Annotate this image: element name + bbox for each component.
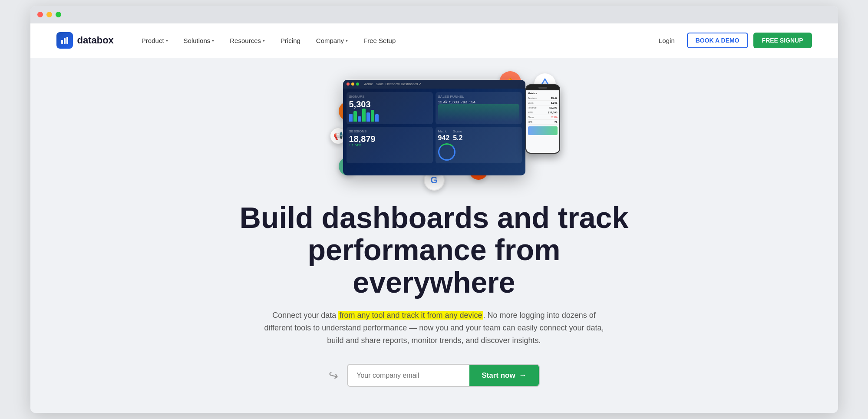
funnel-chart <box>438 104 519 122</box>
phone-metric-row: Churn 2.1% <box>528 115 558 120</box>
signups-chart <box>349 109 430 122</box>
phone-metric-row: MRR $19,103 <box>528 110 558 115</box>
sessions-label: SESSIONS <box>349 129 430 133</box>
main-dashboard: Acme · SaaS Overview Dashboard ↗ SIGNUPS… <box>343 80 525 175</box>
nav-product[interactable]: Product ▾ <box>135 33 174 48</box>
phone-metric-row: Users 3,241 <box>528 101 558 106</box>
curved-arrow-icon: ↪ <box>327 367 340 384</box>
signups-panel: SIGNUPS 5,303 <box>347 92 433 124</box>
chevron-down-icon: ▾ <box>346 38 348 43</box>
browser-chrome <box>30 6 838 23</box>
logo-svg <box>60 36 69 45</box>
svg-rect-2 <box>66 37 68 44</box>
highlighted-text: from any tool and track it from any devi… <box>338 311 483 320</box>
book-demo-button[interactable]: BOOK A DEMO <box>687 33 748 48</box>
sessions-value: 18,879 <box>349 135 430 143</box>
arrow-right-icon: → <box>519 371 527 380</box>
minimize-dot[interactable] <box>46 12 52 17</box>
nav-resources[interactable]: Resources ▾ <box>224 33 271 48</box>
nav-company[interactable]: Company ▾ <box>310 33 354 48</box>
phone-metric-row: Revenue $9,103 <box>528 106 558 110</box>
phone-mockup: Metrics Sessions 23.4k Users 3,241 Reven… <box>525 84 560 154</box>
logo-text: databox <box>77 35 114 46</box>
logo[interactable]: databox <box>56 32 114 49</box>
start-now-button[interactable]: Start now → <box>469 365 538 386</box>
signups-value: 5,303 <box>349 100 430 109</box>
browser-window: databox Product ▾ Solutions ▾ Resources … <box>30 6 838 413</box>
svg-rect-1 <box>64 38 66 44</box>
nav-solutions[interactable]: Solutions ▾ <box>178 33 221 48</box>
funnel-panel: SALES FUNNEL 12.4k 5,303 793 154 <box>436 92 522 124</box>
funnel-label: SALES FUNNEL <box>438 95 519 99</box>
hero-subtitle: Connect your data from any tool and trac… <box>261 309 608 346</box>
phone-metric-row: Sessions 23.4k <box>528 96 558 101</box>
chevron-down-icon: ▾ <box>212 38 214 43</box>
maximize-dot[interactable] <box>56 12 61 17</box>
dashboard-illustration: 🔶 📊 S G <box>313 76 556 188</box>
activity-panel: Metric 942 Score 5.2 <box>436 127 522 163</box>
phone-header <box>526 85 559 90</box>
close-dot[interactable] <box>37 12 43 17</box>
nav-pricing[interactable]: Pricing <box>274 33 307 48</box>
hero-title: Build dashboards and track performance f… <box>239 201 630 299</box>
hero-section: 🔶 📊 S G <box>30 58 838 413</box>
logo-icon <box>56 32 73 49</box>
phone-body: Metrics Sessions 23.4k Users 3,241 Reven… <box>526 90 559 153</box>
phone-metric-row: NPS 71 <box>528 120 558 125</box>
nav-right: Login BOOK A DEMO FREE SIGNUP <box>652 33 812 48</box>
svg-rect-0 <box>61 40 63 44</box>
login-button[interactable]: Login <box>652 33 682 48</box>
email-form-wrapper: ↪ Start now → <box>328 364 539 387</box>
chevron-down-icon: ▾ <box>166 38 168 43</box>
phone-notch <box>538 87 547 89</box>
chevron-down-icon: ▾ <box>263 38 265 43</box>
navbar: databox Product ▾ Solutions ▾ Resources … <box>30 23 838 58</box>
free-signup-button[interactable]: FREE SIGNUP <box>753 33 812 48</box>
email-input[interactable] <box>348 365 469 386</box>
nav-free-setup[interactable]: Free Setup <box>357 33 402 48</box>
dash-header: Acme · SaaS Overview Dashboard ↗ <box>343 80 525 89</box>
page-content: databox Product ▾ Solutions ▾ Resources … <box>30 23 838 413</box>
sessions-panel: SESSIONS 18,879 ↑ 1.54% <box>347 127 433 163</box>
dash-body: SIGNUPS 5,303 <box>343 89 525 167</box>
email-form: Start now → <box>347 364 539 387</box>
nav-links: Product ▾ Solutions ▾ Resources ▾ Pricin… <box>135 33 652 48</box>
signups-label: SIGNUPS <box>349 95 430 99</box>
